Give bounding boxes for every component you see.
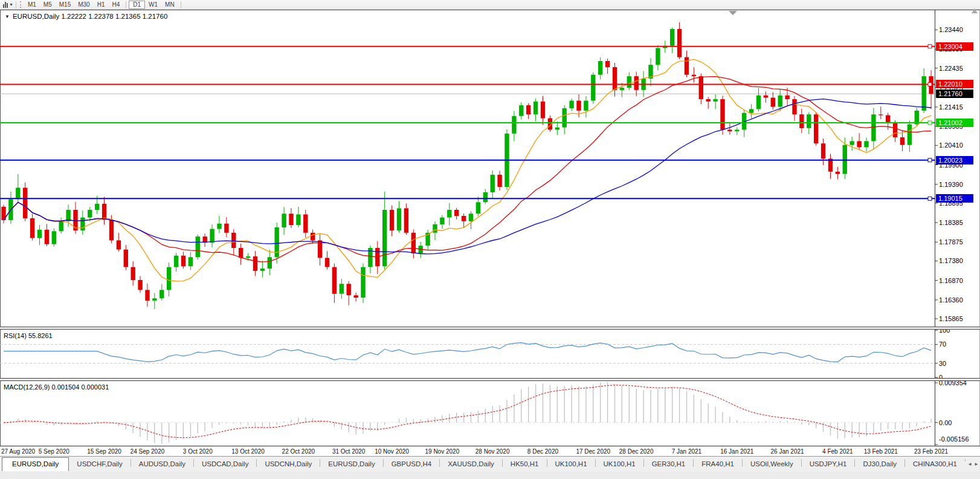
chart-tab-eurusd-daily[interactable]: EURUSD,Daily xyxy=(2,457,69,471)
candle-body xyxy=(526,105,530,114)
candle-body xyxy=(555,128,559,130)
rsi-axis-tick: 70 xyxy=(939,341,946,348)
trading-terminal-window: ▼ M1M5M15M30H1H4D1W1MN ▼ EURUSD,Daily 1.… xyxy=(0,0,980,479)
macd-axis-tick: 0.00 xyxy=(939,419,952,426)
chart-tab-audusd-daily[interactable]: AUDUSD,Daily xyxy=(131,458,193,471)
candle-body xyxy=(152,298,156,301)
candle-body xyxy=(231,233,236,248)
candle-body xyxy=(656,48,660,65)
candle-body xyxy=(692,75,696,77)
candle-body xyxy=(792,99,796,114)
candle-body xyxy=(102,204,106,220)
macd-signal-line xyxy=(4,385,931,438)
candle-body xyxy=(563,108,567,128)
date-axis-label: 15 Sep 2020 xyxy=(87,448,121,455)
candle-body xyxy=(397,208,401,230)
candle-body xyxy=(476,202,480,213)
candle-body xyxy=(727,130,732,132)
candle-body xyxy=(462,216,466,221)
chart-tab-fra40-h1[interactable]: FRA40,H1 xyxy=(694,458,742,471)
price-label-box: 1.20023 xyxy=(936,156,973,165)
tab-scroll-left-icon[interactable]: ◄ xyxy=(967,461,972,467)
candle-body xyxy=(778,96,782,107)
date-axis-label: 23 Feb 2021 xyxy=(914,448,948,455)
price-axis-tick: 1.19390 xyxy=(939,181,963,188)
candle-body xyxy=(735,130,739,132)
chart-title: ▼ EURUSD,Daily 1.22222 1.22378 1.21365 1… xyxy=(5,13,167,20)
macd-indicator-label: MACD(12,26,9) 0.001504 0.000031 xyxy=(4,383,109,391)
price-axis-tick: 1.20410 xyxy=(939,142,963,149)
chart-tab-china300-h1[interactable]: CHINA300,H1 xyxy=(905,458,965,471)
chart-tab-usoil-weekly[interactable]: USOil,Weekly xyxy=(743,458,801,471)
macd-axis-tick: -0.005156 xyxy=(939,435,969,443)
candle-body xyxy=(268,257,272,269)
price-chart-canvas[interactable] xyxy=(0,0,980,479)
date-axis-label: 28 Nov 2020 xyxy=(475,448,510,455)
date-axis-label: 19 Nov 2020 xyxy=(425,448,459,455)
candle-body xyxy=(598,61,602,75)
candle-body xyxy=(167,267,171,290)
chart-tabs-bar: EURUSD,DailyUSDCHF,DailyAUDUSD,DailyUSDC… xyxy=(0,456,980,472)
price-axis-tick: 1.15865 xyxy=(939,315,963,322)
price-axis-tick: 1.21415 xyxy=(939,103,963,111)
candle-body xyxy=(720,99,724,130)
date-axis-label: 10 Nov 2020 xyxy=(375,448,409,455)
candle-body xyxy=(900,137,904,145)
chart-tab-xauusd-daily[interactable]: XAUUSD,Daily xyxy=(440,458,502,471)
chart-tab-eurusd-daily[interactable]: EURUSD,Daily xyxy=(320,458,382,471)
chart-tab-usdcnh-daily[interactable]: USDCNH,Daily xyxy=(257,458,320,471)
candle-body xyxy=(52,231,56,244)
date-axis-label: 28 Dec 2020 xyxy=(619,448,654,455)
candle-body xyxy=(576,101,581,111)
candle-body xyxy=(196,236,200,257)
tab-scroll-arrows: ◄ ► xyxy=(965,461,979,467)
macd-splitter[interactable] xyxy=(0,378,980,381)
candle-body xyxy=(411,233,416,253)
candle-body xyxy=(541,102,545,119)
candle-body xyxy=(332,267,337,294)
candle-body xyxy=(181,256,185,267)
candle-body xyxy=(785,96,789,99)
line-handle xyxy=(928,158,932,162)
candle-body xyxy=(361,267,365,298)
chart-shift-marker xyxy=(729,11,737,15)
candle-body xyxy=(16,187,20,199)
candle-body xyxy=(569,101,573,109)
chart-title-collapse-icon[interactable]: ▼ xyxy=(5,14,10,19)
candle-body xyxy=(282,213,286,227)
candle-body xyxy=(677,29,682,57)
candle-body xyxy=(30,218,34,238)
price-axis-tick: 1.16360 xyxy=(939,296,963,304)
price-label-box: 1.19015 xyxy=(936,194,973,203)
candle-body xyxy=(670,29,674,46)
chart-tab-usdchf-daily[interactable]: USDCHF,Daily xyxy=(69,458,130,471)
candle-body xyxy=(347,284,351,295)
candle-body xyxy=(390,210,394,230)
chart-tab-hk50-h1[interactable]: HK50,H1 xyxy=(503,458,547,471)
chart-tab-uk100-h1[interactable]: UK100,H1 xyxy=(596,458,643,471)
candle-body xyxy=(771,98,775,107)
chart-tab-usdcad-daily[interactable]: USDCAD,Daily xyxy=(194,458,256,471)
price-axis-tick: 1.16870 xyxy=(939,277,963,284)
price-axis-tick: 1.22435 xyxy=(939,65,963,72)
chart-tab-gbpusd-h4[interactable]: GBPUSD,H4 xyxy=(384,458,439,471)
tab-scroll-right-icon[interactable]: ► xyxy=(974,461,979,467)
date-axis-label: 7 Jan 2021 xyxy=(672,448,702,455)
price-label-box: 1.21760 xyxy=(936,90,973,98)
chart-tab-uk100-h1[interactable]: UK100,H1 xyxy=(547,458,595,471)
candle-body xyxy=(404,208,408,232)
rsi-splitter[interactable] xyxy=(0,327,980,330)
candle-body xyxy=(836,172,840,174)
candle-body xyxy=(325,258,329,267)
candle-body xyxy=(627,76,631,88)
date-axis-label: 3 Oct 2020 xyxy=(183,448,213,455)
price-label-box: 1.22010 xyxy=(936,80,973,88)
chart-tab-ger30-h1[interactable]: GER30,H1 xyxy=(644,458,694,471)
candle-body xyxy=(584,101,588,111)
chart-tab-usdjpy-h1[interactable]: USDJPY,H1 xyxy=(802,458,855,471)
date-axis-label: 8 Dec 2020 xyxy=(527,448,558,455)
chart-tab-dj30-daily[interactable]: DJ30,Daily xyxy=(855,458,904,471)
candle-body xyxy=(886,116,890,122)
date-axis[interactable]: 27 Aug 20205 Sep 202015 Sep 202024 Sep 2… xyxy=(0,446,980,456)
candle-body xyxy=(382,210,387,266)
